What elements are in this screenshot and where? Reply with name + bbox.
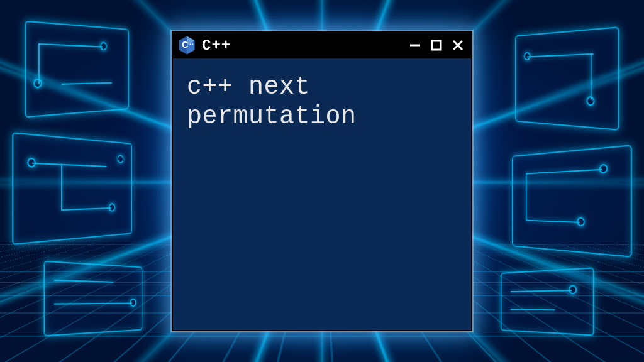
svg-text:C: C: [182, 40, 188, 50]
circuit-panel: [515, 26, 619, 131]
circuit-panel: [25, 21, 128, 118]
titlebar[interactable]: C + + C++: [173, 32, 471, 58]
close-button[interactable]: [451, 38, 465, 52]
svg-text:+: +: [189, 42, 191, 46]
circuit-panel: [512, 145, 632, 258]
svg-text:+: +: [192, 42, 194, 46]
window-controls: [408, 38, 465, 52]
maximize-button[interactable]: [430, 38, 443, 52]
terminal-window: C + + C++ c++ next permutation: [172, 31, 472, 331]
circuit-panel: [12, 132, 132, 245]
cpp-logo-icon: C + +: [178, 36, 196, 55]
svg-rect-7: [432, 41, 441, 50]
terminal-content: c++ next permutation: [173, 58, 471, 330]
window-title: C++: [202, 37, 402, 54]
minimize-button[interactable]: [408, 38, 422, 52]
